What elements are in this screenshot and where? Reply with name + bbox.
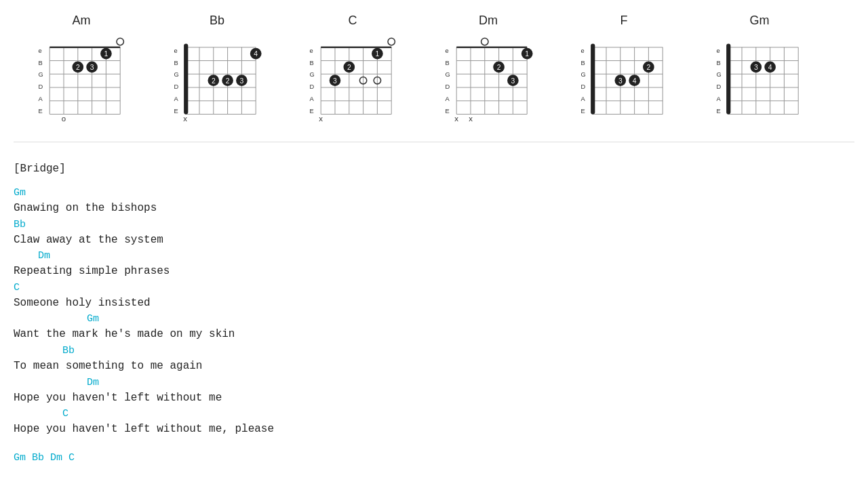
footer-chords: Gm Bb Dm C (14, 452, 854, 464)
lyrics-section: [Bridge] Gm Gnawing on the bishops Bb Cl… (14, 156, 854, 470)
chord-am-name: Am (73, 14, 91, 28)
svg-text:B: B (39, 60, 43, 66)
chord-gm-2: Gm (14, 312, 854, 326)
bridge-label: [Bridge] (14, 163, 854, 175)
line-someone: Someone holy insisted (14, 295, 854, 312)
svg-text:4: 4 (633, 77, 637, 85)
svg-text:2: 2 (647, 64, 651, 71)
svg-text:1: 1 (104, 50, 108, 58)
svg-text:E: E (717, 108, 721, 115)
svg-text:B: B (581, 60, 585, 66)
svg-text:B: B (717, 60, 721, 66)
svg-text:A: A (310, 96, 315, 102)
svg-text:1: 1 (376, 50, 380, 58)
svg-text:x: x (469, 115, 473, 121)
chord-c-1: C (14, 281, 854, 295)
svg-text:3: 3 (333, 77, 337, 85)
svg-text:3: 3 (754, 64, 758, 71)
svg-text:2: 2 (76, 64, 80, 71)
chord-gm: Gm e B G D A E 4 3 (692, 14, 827, 121)
svg-text:2: 2 (226, 77, 230, 85)
svg-text:4: 4 (768, 64, 772, 71)
svg-text:D: D (39, 83, 43, 90)
line-tomean: To mean something to me again (14, 358, 854, 375)
svg-text:E: E (39, 108, 43, 115)
svg-text:x: x (454, 115, 458, 121)
chord-gm-diagram: e B G D A E 4 3 3 fr (712, 33, 807, 121)
svg-text:e: e (174, 47, 178, 54)
chord-gm-1: Gm (14, 186, 854, 200)
chord-dm-1: Dm (14, 249, 854, 263)
svg-text:B: B (446, 60, 450, 66)
svg-text:E: E (446, 108, 450, 115)
line-hope2: Hope you haven't left without me, please (14, 421, 854, 439)
lyric-block: Gm Gnawing on the bishops Bb Claw away a… (14, 186, 854, 439)
svg-text:D: D (717, 83, 722, 90)
svg-text:E: E (310, 108, 314, 115)
chord-diagrams-row: Am e B G D A E (14, 7, 854, 121)
svg-text:1: 1 (525, 50, 529, 58)
chord-dm-2: Dm (14, 375, 854, 390)
svg-text:x: x (183, 115, 187, 121)
chord-f-name: F (620, 14, 628, 28)
svg-text:2: 2 (497, 64, 501, 71)
svg-point-107 (481, 38, 488, 45)
svg-text:2: 2 (212, 77, 216, 85)
svg-text:e: e (446, 47, 449, 54)
chord-c-2: C (14, 407, 854, 421)
chord-c-name: C (349, 14, 357, 28)
svg-text:D: D (446, 83, 450, 90)
svg-text:A: A (446, 96, 450, 102)
chord-c-diagram: e B G D A E 1 (305, 33, 400, 121)
chord-bb-1: Bb (14, 218, 854, 232)
chord-dm: Dm e B G D A E 1 3 2 (420, 14, 556, 121)
svg-text:B: B (174, 60, 178, 66)
chord-am: Am e B G D A E (14, 14, 149, 121)
svg-text:D: D (581, 83, 586, 90)
svg-text:o: o (62, 115, 66, 121)
chord-f: F e B G D A E 2 4 (556, 14, 692, 121)
svg-text:E: E (581, 108, 585, 115)
svg-text:D: D (174, 83, 179, 90)
svg-text:G: G (310, 71, 315, 78)
svg-text:A: A (717, 96, 722, 102)
svg-text:G: G (39, 71, 43, 78)
svg-rect-44 (184, 44, 188, 115)
chord-bb-2: Bb (14, 344, 854, 358)
svg-text:e: e (310, 47, 313, 54)
svg-text:x: x (319, 115, 323, 121)
chord-bb-name: Bb (210, 14, 224, 28)
chord-dm-diagram: e B G D A E 1 3 2 (441, 33, 536, 121)
svg-text:e: e (717, 47, 720, 54)
svg-point-73 (388, 38, 395, 45)
svg-rect-128 (591, 44, 595, 115)
svg-text:D: D (310, 83, 315, 90)
svg-text:e: e (581, 47, 585, 54)
chord-am-diagram: e B G D A E 1 (34, 33, 129, 121)
line-hope1: Hope you haven't left without me (14, 390, 854, 407)
svg-text:2: 2 (347, 64, 351, 71)
svg-text:3: 3 (618, 77, 623, 85)
svg-text:G: G (581, 71, 586, 78)
svg-text:G: G (717, 71, 722, 78)
chord-f-diagram: e B G D A E 2 4 3 1 (576, 33, 671, 121)
svg-text:3: 3 (511, 77, 515, 85)
svg-text:B: B (310, 60, 314, 66)
svg-text:A: A (581, 96, 586, 102)
chord-c: C e B G D A E (285, 14, 420, 121)
svg-text:3: 3 (90, 64, 94, 71)
svg-point-18 (117, 38, 123, 45)
svg-text:G: G (446, 71, 450, 78)
line-claw: Claw away at the system (14, 232, 854, 249)
line-gnawing: Gnawing on the bishops (14, 200, 854, 218)
svg-text:3: 3 (240, 77, 244, 85)
chord-bb-diagram: e B G D A E 4 3 (170, 33, 264, 121)
chord-gm-name: Gm (750, 14, 770, 28)
svg-text:G: G (174, 71, 179, 78)
section-divider (14, 142, 854, 142)
svg-rect-154 (726, 44, 730, 115)
svg-text:A: A (39, 96, 43, 102)
chord-dm-name: Dm (479, 14, 498, 28)
svg-text:e: e (39, 47, 42, 54)
svg-text:E: E (174, 108, 178, 115)
